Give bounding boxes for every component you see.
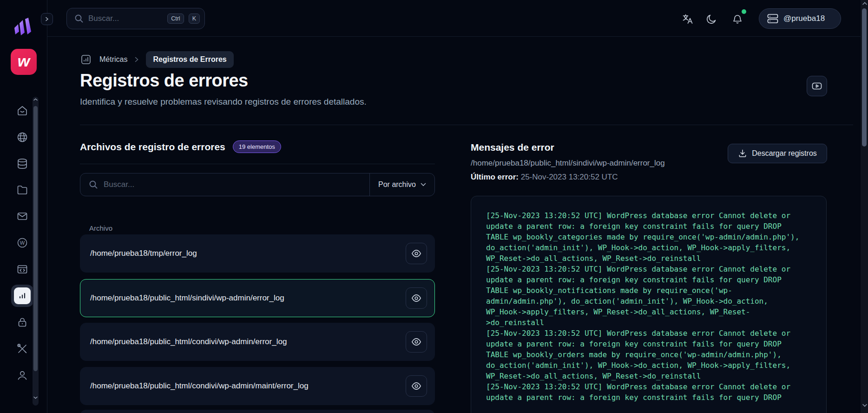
- sidebar-scrollbar-thumb[interactable]: [33, 106, 38, 371]
- view-file-button[interactable]: [406, 243, 427, 264]
- breadcrumb-current: Registros de Errores: [146, 51, 233, 68]
- page-title: Registros de errores: [80, 71, 248, 91]
- page-subtitle: Identifica y resuelve problemas revisand…: [80, 97, 367, 107]
- sort-by-dropdown[interactable]: Por archivo: [369, 173, 434, 196]
- browser-code-icon: [16, 263, 28, 275]
- sidebar-item-tools[interactable]: [16, 343, 28, 355]
- mail-icon: [16, 210, 28, 222]
- files-panel-header: Archivos de registro de errores 19 eleme…: [80, 140, 281, 153]
- sidebar-item-home[interactable]: [16, 105, 28, 117]
- last-error-value: 25-Nov-2023 13:20:52 UTC: [521, 173, 618, 181]
- download-logs-label: Descargar registros: [752, 149, 817, 158]
- items-count-badge: 19 elementos: [233, 140, 281, 153]
- selected-file-path: /home/prueba18/public_html/sindivi/wp-ad…: [471, 159, 665, 168]
- file-path-label: /home/prueba18/public_html/sindivi/wp-ad…: [90, 293, 406, 303]
- eye-icon: [411, 248, 421, 259]
- files-panel-title: Archivos de registro de errores: [80, 141, 225, 153]
- breadcrumb-metrics[interactable]: Métricas: [99, 55, 127, 64]
- view-file-button[interactable]: [406, 287, 427, 309]
- log-file-row[interactable]: /home/prueba18/public_html/condivi/wp-ad…: [80, 323, 435, 361]
- sidebar-item-dev-tools[interactable]: [16, 263, 28, 275]
- sidebar-scroll-up-icon[interactable]: [33, 98, 38, 101]
- eye-icon: [411, 293, 421, 303]
- sidebar-item-files[interactable]: [16, 184, 28, 196]
- chevron-right-icon: [135, 57, 138, 62]
- globe-icon: [16, 131, 28, 143]
- sidebar-item-metrics-active[interactable]: [11, 285, 33, 307]
- file-path-label: /home/prueba18/public_html/condivi/wp-ad…: [90, 337, 406, 346]
- folder-icon: [16, 184, 28, 196]
- view-file-button[interactable]: [406, 331, 427, 353]
- log-entry: [25-Nov-2023 13:20:52 UTC] WordPress dat…: [486, 328, 811, 381]
- theme-toggle-button[interactable]: [706, 13, 717, 25]
- global-search[interactable]: Ctrl K: [66, 8, 205, 29]
- sidebar-item-security[interactable]: [16, 316, 28, 328]
- files-search-input[interactable]: [104, 180, 361, 189]
- play-video-icon: [811, 80, 822, 92]
- site-avatar[interactable]: w: [11, 49, 37, 75]
- notifications-button[interactable]: [732, 13, 743, 25]
- page-scrollbar-thumb[interactable]: [862, 8, 867, 147]
- log-file-row-partial[interactable]: [80, 410, 435, 413]
- log-file-row[interactable]: /home/prueba18/public_html/condivi/wp-ad…: [80, 367, 435, 405]
- log-entry: [25-Nov-2023 13:20:52 UTC] WordPress dat…: [486, 264, 811, 328]
- log-entry: [25-Nov-2023 13:20:52 UTC] WordPress dat…: [486, 381, 811, 403]
- lock-icon: [16, 316, 28, 328]
- file-path-label: /home/prueba18/tmp/error_log: [90, 249, 406, 258]
- eye-icon: [411, 337, 421, 347]
- wordpress-icon: W: [16, 237, 28, 249]
- sidebar: w W: [0, 0, 47, 413]
- page-scroll-down-icon[interactable]: [862, 404, 867, 407]
- log-file-row[interactable]: /home/prueba18/tmp/error_log: [80, 234, 435, 273]
- search-icon: [74, 14, 84, 23]
- sidebar-item-databases[interactable]: [16, 158, 28, 170]
- notification-badge: [742, 9, 746, 14]
- home-icon: [16, 105, 28, 117]
- bell-icon: [732, 13, 743, 25]
- sidebar-item-account[interactable]: [16, 369, 28, 381]
- brand-logo-icon: [13, 18, 34, 36]
- sidebar-item-wordpress[interactable]: W: [16, 237, 28, 249]
- eye-icon: [411, 381, 421, 391]
- log-entry: [25-Nov-2023 13:20:52 UTC] WordPress dat…: [486, 210, 811, 264]
- column-header-archivo: Archivo: [89, 224, 112, 232]
- translate-icon: [682, 13, 693, 25]
- error-log-viewer[interactable]: [25-Nov-2023 13:20:52 UTC] WordPress dat…: [471, 196, 827, 413]
- last-error-label: Último error:: [471, 173, 519, 181]
- language-button[interactable]: [682, 13, 693, 25]
- account-menu[interactable]: @prueba18: [759, 8, 841, 29]
- metrics-chart-icon: [80, 53, 92, 66]
- last-error-line: Último error: 25-Nov-2023 13:20:52 UTC: [471, 173, 618, 182]
- server-icon: [767, 13, 779, 25]
- files-search-bar: Por archivo: [80, 173, 435, 196]
- log-file-row-selected[interactable]: /home/prueba18/public_html/sindivi/wp-ad…: [80, 279, 435, 317]
- messages-panel-title: Mensajes de error: [471, 142, 554, 153]
- files-divider: [80, 164, 435, 164]
- global-search-input[interactable]: [88, 14, 163, 23]
- help-video-button[interactable]: [807, 76, 827, 96]
- user-icon: [16, 369, 28, 381]
- keycap-ctrl: Ctrl: [167, 13, 184, 24]
- sort-by-label: Por archivo: [378, 180, 416, 189]
- sidebar-scroll-down-icon[interactable]: [33, 396, 38, 399]
- keycap-k: K: [189, 13, 200, 24]
- svg-text:W: W: [20, 240, 25, 246]
- tools-icon: [16, 343, 28, 355]
- download-logs-button[interactable]: Descargar registros: [728, 144, 827, 163]
- search-icon: [89, 180, 98, 189]
- sidebar-item-email[interactable]: [16, 210, 28, 222]
- chevron-down-icon: [421, 183, 426, 187]
- breadcrumb: Métricas Registros de Errores: [80, 51, 234, 68]
- page-scroll-up-icon[interactable]: [862, 2, 867, 5]
- database-icon: [16, 158, 28, 170]
- view-file-button[interactable]: [406, 375, 427, 397]
- section-divider: [80, 125, 853, 125]
- download-icon: [738, 149, 747, 158]
- username-label: @prueba18: [783, 14, 825, 23]
- metrics-chart-icon: [17, 291, 27, 301]
- sidebar-item-domains[interactable]: [16, 131, 28, 143]
- moon-icon: [706, 13, 717, 25]
- file-path-label: /home/prueba18/public_html/condivi/wp-ad…: [90, 381, 406, 391]
